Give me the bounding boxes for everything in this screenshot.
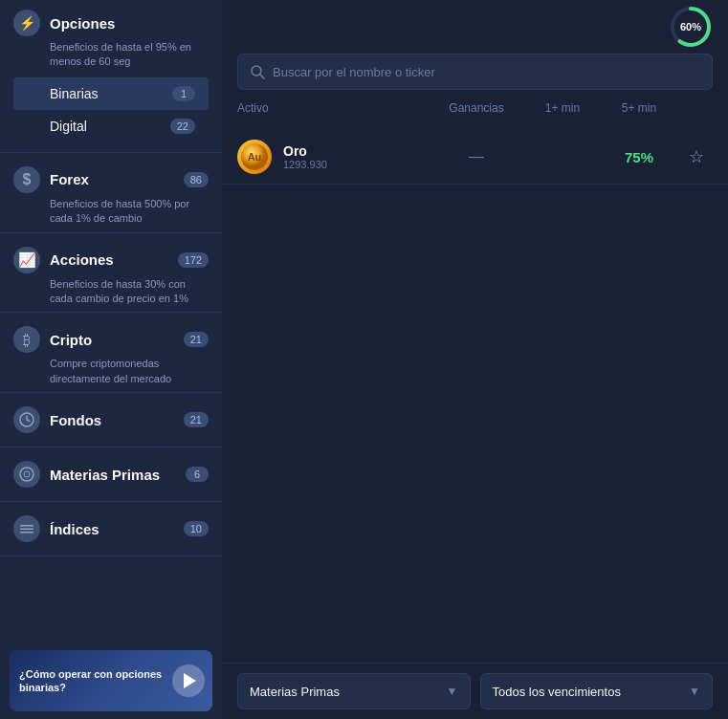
digital-label: Digital <box>50 119 87 134</box>
binarias-label: Binarias <box>50 86 99 101</box>
video-thumbnail[interactable]: ¿Cómo operar con opciones binarias? <box>10 650 212 711</box>
digital-badge: 22 <box>170 119 195 134</box>
divider-4 <box>0 392 222 393</box>
indices-icon <box>13 515 40 542</box>
opciones-label: Opciones <box>50 15 115 32</box>
play-button[interactable] <box>172 665 205 697</box>
dropdown-vencimientos-label: Todos los vencimientos <box>493 685 621 699</box>
materias-icon <box>13 461 40 488</box>
oro-name: Oro <box>283 143 327 159</box>
svg-point-1 <box>20 468 33 481</box>
bottom-bar: Materias Primas ▼ Todos los vencimientos… <box>222 663 728 719</box>
fondos-badge: 21 <box>184 412 209 427</box>
acciones-desc: Beneficios de hasta 30% con cada cambio … <box>50 277 209 307</box>
indices-badge: 10 <box>184 521 209 536</box>
acciones-section[interactable]: 📈 Acciones 172 Beneficios de hasta 30% c… <box>0 237 222 309</box>
materias-label: Materias Primas <box>50 467 160 483</box>
cripto-badge: 21 <box>184 332 209 347</box>
video-text: ¿Cómo operar con opciones binarias? <box>10 662 172 701</box>
forex-icon: $ <box>13 166 40 193</box>
asset-table: Au Oro 1293.930 — 75% ☆ <box>222 130 728 663</box>
cripto-desc: Compre criptomonedas directamente del me… <box>50 357 209 386</box>
main-header: 60% <box>222 0 728 54</box>
main-content: 60% Activo Ganancias 1+ min 5+ min <box>222 0 728 719</box>
forex-desc: Beneficios de hasta 500% por cada 1% de … <box>50 197 209 227</box>
search-icon <box>250 64 265 79</box>
col-activo-header: Activo <box>237 101 429 115</box>
search-input[interactable] <box>273 65 700 79</box>
divider-1 <box>0 152 222 153</box>
indices-section[interactable]: Índices 10 <box>0 506 222 552</box>
svg-rect-4 <box>20 529 33 531</box>
opciones-section: ⚡ Opciones Beneficios de hasta el 95% en… <box>0 0 222 148</box>
divider-6 <box>0 501 222 502</box>
svg-rect-3 <box>20 525 33 527</box>
subcategory-digital[interactable]: Digital 22 <box>13 110 209 142</box>
fondos-label: Fondos <box>50 412 101 428</box>
oro-min5: 75% <box>601 149 677 165</box>
svg-rect-5 <box>20 532 33 534</box>
opciones-icon: ⚡ <box>13 10 40 36</box>
cripto-section[interactable]: ₿ Cripto 21 Compre criptomonedas directa… <box>0 316 222 388</box>
binarias-badge: 1 <box>172 86 195 101</box>
oro-star[interactable]: ☆ <box>677 146 716 167</box>
svg-text:Au: Au <box>248 151 262 163</box>
divider-5 <box>0 447 222 447</box>
dropdown-materias[interactable]: Materias Primas ▼ <box>237 673 471 709</box>
svg-line-9 <box>260 75 264 78</box>
oro-ticker: 1293.930 <box>283 159 327 170</box>
divider-7 <box>0 556 222 556</box>
col-ganancias-header: Ganancias <box>429 101 524 115</box>
oro-ganancias: — <box>429 148 524 165</box>
divider-2 <box>0 232 222 233</box>
fondos-section[interactable]: Fondos 21 <box>0 397 222 443</box>
search-bar[interactable] <box>237 54 713 90</box>
opciones-title-row[interactable]: ⚡ Opciones <box>13 10 209 36</box>
progress-circle: 60% <box>669 5 713 49</box>
fondos-icon <box>13 406 40 433</box>
forex-badge: 86 <box>184 172 209 187</box>
indices-label: Índices <box>50 521 99 537</box>
dropdown-materias-label: Materias Primas <box>250 685 340 699</box>
divider-3 <box>0 312 222 313</box>
opciones-desc: Beneficios de hasta el 95% en menos de 6… <box>50 40 209 70</box>
table-header: Activo Ganancias 1+ min 5+ min <box>222 101 728 120</box>
acciones-icon: 📈 <box>13 247 40 273</box>
materias-section[interactable]: Materias Primas 6 <box>0 451 222 497</box>
col-min1-header: 1+ min <box>524 101 601 115</box>
subcategory-binarias[interactable]: Binarias 1 <box>13 77 209 110</box>
acciones-label: Acciones <box>50 251 114 268</box>
dropdown-vencimientos[interactable]: Todos los vencimientos ▼ <box>480 673 714 709</box>
play-icon <box>184 673 196 688</box>
cripto-label: Cripto <box>50 332 92 348</box>
dropdown-materias-arrow: ▼ <box>447 685 458 698</box>
progress-label: 60% <box>680 21 701 33</box>
oro-icon: Au <box>237 140 272 174</box>
table-row[interactable]: Au Oro 1293.930 — 75% ☆ <box>222 130 728 185</box>
asset-info: Au Oro 1293.930 <box>237 140 429 174</box>
materias-badge: 6 <box>186 467 209 482</box>
forex-label: Forex <box>50 171 89 187</box>
cripto-icon: ₿ <box>13 326 40 353</box>
sidebar-scroll: ⚡ Opciones Beneficios de hasta el 95% en… <box>0 0 222 643</box>
acciones-badge: 172 <box>178 252 209 268</box>
svg-point-2 <box>24 471 30 477</box>
sidebar: ⚡ Opciones Beneficios de hasta el 95% en… <box>0 0 222 719</box>
col-min5-header: 5+ min <box>601 101 677 115</box>
forex-section[interactable]: $ Forex 86 Beneficios de hasta 500% por … <box>0 157 222 229</box>
dropdown-vencimientos-arrow: ▼ <box>689 685 700 698</box>
